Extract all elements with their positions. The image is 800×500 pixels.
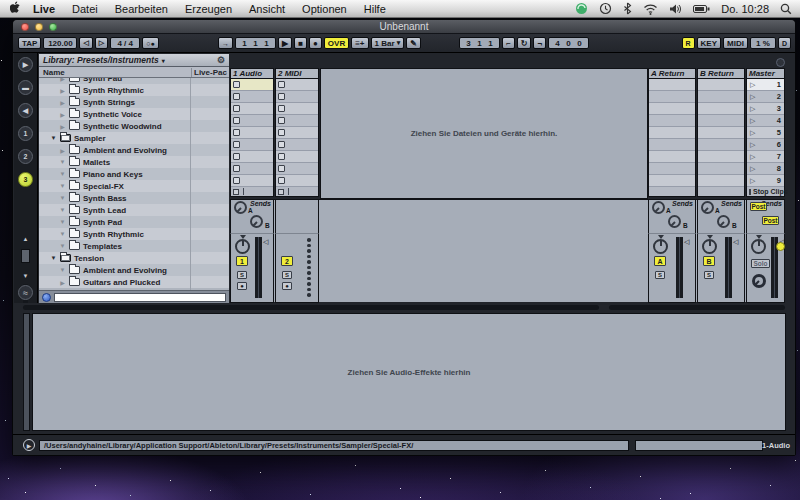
gear-icon[interactable]: ⚙: [217, 55, 225, 65]
file-browser-2-icon[interactable]: 2: [18, 149, 33, 164]
browser-item-templates[interactable]: ▼Templates: [39, 240, 229, 252]
scene-play-icon[interactable]: ▷: [750, 117, 755, 125]
clip-slot[interactable]: [231, 139, 273, 151]
browser-column-headers[interactable]: Name Live-Pac: [39, 67, 229, 78]
clip-slot[interactable]: [698, 79, 744, 91]
volume-fader-handle[interactable]: ◁: [684, 238, 689, 246]
scene-row-3[interactable]: ▷3: [747, 103, 784, 115]
title-bar[interactable]: Unbenannt: [13, 20, 795, 34]
browser-item-synth-bass[interactable]: ▼Synth Bass: [39, 192, 229, 204]
pan-knob[interactable]: [702, 239, 717, 254]
browser-scrollbar[interactable]: [21, 249, 30, 263]
time-machine-icon[interactable]: [599, 2, 612, 15]
clip-slot[interactable]: [649, 127, 695, 139]
clip-slot[interactable]: [649, 175, 695, 187]
spotlight-icon[interactable]: [780, 3, 792, 15]
volume-meter[interactable]: [676, 237, 683, 298]
browser-item-tension[interactable]: ▼Tension: [39, 252, 229, 264]
scene-row-1[interactable]: ▷1: [747, 79, 784, 91]
return-a-activator[interactable]: A: [654, 256, 666, 266]
mixer-view-selector-icon[interactable]: [776, 242, 785, 251]
clip-stop-button[interactable]: [278, 129, 285, 136]
clip-slot[interactable]: [276, 79, 318, 91]
menu-ansicht[interactable]: Ansicht: [249, 3, 285, 15]
track-1-activator[interactable]: 1: [236, 256, 248, 266]
punch-in-button[interactable]: ⌐: [502, 37, 515, 49]
clip-stop-button[interactable]: [278, 141, 285, 148]
collapse-icon[interactable]: ▶: [59, 99, 66, 106]
expand-icon[interactable]: ▼: [59, 183, 66, 189]
device-drop-zone[interactable]: Ziehen Sie Audio-Effekte hierhin: [32, 313, 786, 431]
zoom-window-button[interactable]: [49, 23, 57, 31]
scene-row-9[interactable]: ▷9: [747, 175, 784, 187]
collapse-icon[interactable]: ▶: [59, 123, 66, 130]
column-livepack[interactable]: Live-Pac: [191, 68, 229, 77]
scene-row-5[interactable]: ▷5: [747, 127, 784, 139]
browser-item-synth-rhythmic[interactable]: ▶Synth Rhythmic: [39, 84, 229, 96]
scene-play-icon[interactable]: ▷: [750, 165, 755, 173]
browser-item-synthetic-voice[interactable]: ▶Synthetic Voice: [39, 108, 229, 120]
tap-tempo-button[interactable]: TAP: [18, 37, 41, 49]
send-b-knob[interactable]: [668, 215, 681, 228]
splitter-bar-right[interactable]: [609, 305, 785, 310]
stop-icon[interactable]: [278, 189, 284, 195]
nudge-down-button[interactable]: ◁: [79, 37, 92, 49]
browser-item-mallets[interactable]: ▼Mallets: [39, 156, 229, 168]
volume-icon[interactable]: [669, 3, 682, 15]
scene-play-icon[interactable]: ▷: [750, 177, 755, 185]
wifi-icon[interactable]: [643, 3, 658, 15]
clip-slot[interactable]: [698, 91, 744, 103]
stop-icon[interactable]: [233, 189, 239, 195]
return-a-solo-button[interactable]: S: [655, 271, 665, 279]
file-browser-3-active-icon[interactable]: 3: [18, 172, 33, 187]
browser-item-guitars-and-plucked[interactable]: ▶Guitars and Plucked: [39, 276, 229, 288]
back-to-arrangement-button[interactable]: ≡+: [351, 37, 368, 49]
clip-stop-button[interactable]: [278, 105, 285, 112]
browser-item-special-fx[interactable]: ▼Special-FX: [39, 180, 229, 192]
browser-item-synth-strings[interactable]: ▶Synth Strings: [39, 96, 229, 108]
browser-item-synth-pad[interactable]: ▼Synth Pad: [39, 216, 229, 228]
menu-live[interactable]: Live: [33, 3, 55, 15]
stop-button[interactable]: ■: [294, 37, 307, 49]
midi-map-button[interactable]: MIDI: [723, 37, 748, 49]
plugin-device-browser-icon[interactable]: ◀: [18, 103, 33, 118]
clip-slot[interactable]: [231, 103, 273, 115]
send-b-knob[interactable]: [717, 215, 730, 228]
scene-row-8[interactable]: ▷8: [747, 163, 784, 175]
clip-stop-button[interactable]: [233, 81, 240, 88]
send-a-knob[interactable]: [701, 201, 714, 214]
scene-row-6[interactable]: ▷6: [747, 139, 784, 151]
collapse-icon[interactable]: ▶: [59, 78, 66, 82]
clip-stop-button[interactable]: [278, 165, 285, 172]
track-header-1-audio[interactable]: 1 Audio: [230, 68, 274, 79]
stop-all-clips-icon[interactable]: [749, 189, 751, 195]
arrangement-position-display[interactable]: 111: [235, 37, 276, 49]
clip-stop-button[interactable]: [278, 153, 285, 160]
draw-mode-button[interactable]: ✎: [406, 37, 421, 49]
track-2-solo-button[interactable]: S: [282, 271, 292, 279]
expand-icon[interactable]: ▼: [59, 195, 66, 201]
clip-slot[interactable]: [649, 79, 695, 91]
record-quantize-indicator[interactable]: R: [682, 37, 695, 49]
send-b-pre-post-toggle[interactable]: Post: [762, 216, 779, 225]
clip-stop-button[interactable]: [233, 141, 240, 148]
send-a-knob[interactable]: [652, 201, 665, 214]
clip-slot[interactable]: [276, 163, 318, 175]
scene-play-icon[interactable]: ▷: [750, 153, 755, 161]
master-solo-cue-button[interactable]: Solo: [751, 259, 770, 268]
session-drop-zone[interactable]: Ziehen Sie Dateien und Geräte hierhin.: [320, 68, 648, 199]
clip-slot[interactable]: [231, 127, 273, 139]
stop-browser-icon[interactable]: ▬: [18, 80, 33, 95]
scene-play-icon[interactable]: ▷: [750, 93, 755, 101]
send-b-knob[interactable]: [250, 215, 263, 228]
clip-slot[interactable]: [698, 103, 744, 115]
scene-play-icon[interactable]: ▷: [750, 105, 755, 113]
expand-icon[interactable]: ▼: [59, 219, 66, 225]
volume-fader-handle[interactable]: ◁: [733, 238, 738, 246]
scene-row-2[interactable]: ▷2: [747, 91, 784, 103]
clip-slot[interactable]: [649, 91, 695, 103]
clip-slot[interactable]: [276, 91, 318, 103]
clip-slot[interactable]: [698, 127, 744, 139]
volume-fader-handle[interactable]: ◁: [263, 238, 268, 246]
preview-volume-knob[interactable]: [752, 274, 766, 288]
